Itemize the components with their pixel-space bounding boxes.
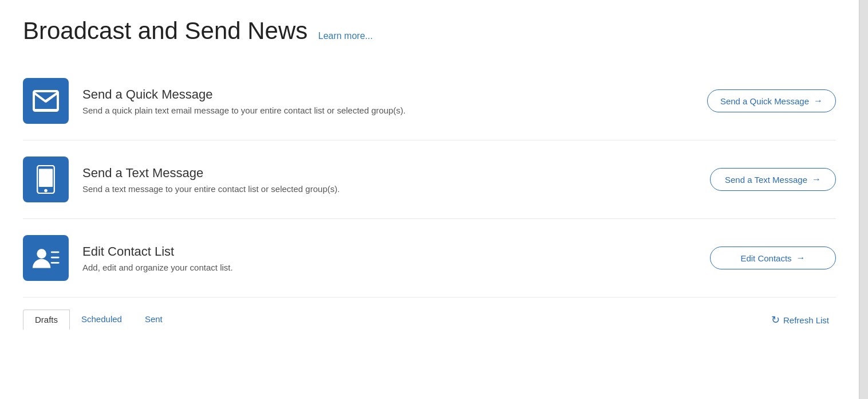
tabs-area: Drafts Scheduled Sent ↻ Refresh List [23,298,836,331]
tab-drafts[interactable]: Drafts [23,310,70,330]
quick-message-heading: Send a Quick Message [82,87,405,102]
main-content: Broadcast and Send News Learn more... Se… [0,0,859,399]
contacts-icon [32,245,60,271]
quick-message-icon-box [23,78,69,124]
svg-point-4 [44,189,48,193]
text-message-section: Send a Text Message Send a text message … [23,140,836,219]
svg-point-5 [37,249,46,259]
refresh-list-button[interactable]: ↻ Refresh List [764,309,836,331]
contact-list-heading: Edit Contact List [82,244,233,259]
contact-list-left: Edit Contact List Add, edit and organize… [23,235,233,281]
text-message-text: Send a Text Message Send a text message … [82,166,340,194]
tab-sent[interactable]: Sent [133,310,174,330]
text-message-icon-box [23,157,69,202]
send-text-message-button[interactable]: Send a Text Message → [710,168,836,191]
text-message-arrow: → [812,174,821,185]
contact-list-icon-box [23,235,69,281]
quick-message-section: Send a Quick Message Send a quick plain … [23,62,836,140]
learn-more-link[interactable]: Learn more... [318,31,373,41]
contact-list-description: Add, edit and organize your contact list… [82,263,233,272]
edit-contacts-label: Edit Contacts [740,253,791,263]
envelope-icon [33,90,59,112]
contact-list-text: Edit Contact List Add, edit and organize… [82,244,233,272]
quick-message-arrow: → [814,96,823,106]
refresh-list-label: Refresh List [783,315,829,325]
text-message-description: Send a text message to your entire conta… [82,184,340,194]
edit-contacts-button[interactable]: Edit Contacts → [710,247,836,269]
send-text-message-label: Send a Text Message [725,175,807,185]
scrollbar[interactable] [859,0,868,399]
tab-scheduled[interactable]: Scheduled [70,310,133,330]
quick-message-left: Send a Quick Message Send a quick plain … [23,78,405,124]
page-title-area: Broadcast and Send News Learn more... [23,17,836,45]
page-title: Broadcast and Send News [23,17,307,44]
mobile-icon [36,165,56,194]
send-quick-message-label: Send a Quick Message [720,96,809,106]
text-message-heading: Send a Text Message [82,166,340,181]
refresh-icon: ↻ [771,314,780,326]
contact-list-section: Edit Contact List Add, edit and organize… [23,219,836,298]
tabs-left: Drafts Scheduled Sent [23,310,174,330]
text-message-left: Send a Text Message Send a text message … [23,157,340,202]
edit-contacts-arrow: → [796,253,806,263]
quick-message-text: Send a Quick Message Send a quick plain … [82,87,405,115]
svg-rect-3 [39,169,53,186]
quick-message-description: Send a quick plain text email message to… [82,105,405,115]
send-quick-message-button[interactable]: Send a Quick Message → [707,89,836,112]
